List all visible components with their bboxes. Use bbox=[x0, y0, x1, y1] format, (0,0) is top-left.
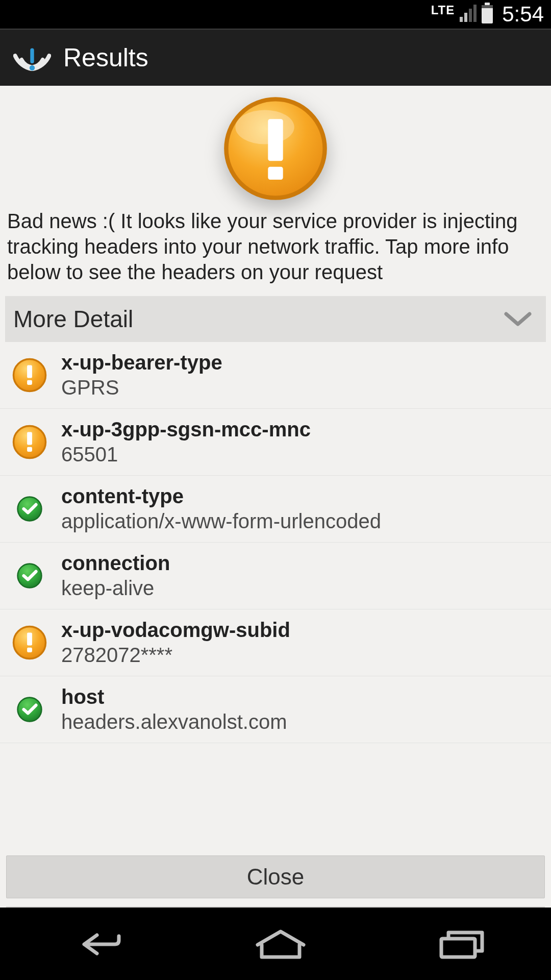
wifi-alert-icon bbox=[13, 42, 51, 73]
svg-rect-8 bbox=[27, 380, 32, 385]
header-text: x-up-vodacomgw-subid2782072**** bbox=[61, 619, 541, 667]
network-type-label: LTE bbox=[431, 3, 455, 17]
clock-label: 5:54 bbox=[502, 2, 544, 27]
header-value: application/x-www-form-urlencoded bbox=[61, 510, 541, 533]
ok-check-icon bbox=[11, 696, 48, 723]
header-value: GPRS bbox=[61, 376, 541, 399]
recents-icon[interactable] bbox=[436, 928, 487, 962]
header-name: connection bbox=[61, 552, 541, 575]
svg-rect-5 bbox=[268, 167, 283, 180]
screen: LTE 5:54 Results bbox=[0, 0, 551, 980]
header-name: content-type bbox=[61, 485, 541, 508]
svg-rect-15 bbox=[27, 632, 32, 645]
header-row[interactable]: content-typeapplication/x-www-form-urlen… bbox=[0, 476, 551, 543]
content-area: Bad news :( It looks like your service p… bbox=[0, 86, 551, 908]
svg-rect-18 bbox=[441, 939, 475, 957]
header-value: keep-alive bbox=[61, 577, 541, 600]
more-detail-expander[interactable]: More Detail bbox=[5, 296, 546, 342]
warning-icon bbox=[11, 357, 48, 393]
header-name: x-up-bearer-type bbox=[61, 351, 541, 374]
header-name: x-up-3gpp-sgsn-mcc-mnc bbox=[61, 418, 541, 441]
svg-rect-16 bbox=[27, 648, 32, 652]
header-text: x-up-bearer-typeGPRS bbox=[61, 351, 541, 399]
header-name: host bbox=[61, 685, 541, 708]
svg-rect-0 bbox=[30, 48, 34, 64]
warning-icon bbox=[11, 625, 48, 660]
header-value: headers.alexvanolst.com bbox=[61, 710, 541, 733]
header-value: 65501 bbox=[61, 443, 541, 466]
header-text: hostheaders.alexvanolst.com bbox=[61, 685, 541, 733]
home-icon[interactable] bbox=[253, 927, 309, 963]
svg-point-1 bbox=[30, 65, 35, 70]
header-value: 2782072**** bbox=[61, 644, 541, 667]
more-detail-label: More Detail bbox=[13, 305, 133, 333]
hero-warning-icon bbox=[0, 86, 551, 202]
page-title: Results bbox=[63, 43, 148, 72]
close-button[interactable]: Close bbox=[6, 855, 545, 898]
battery-icon bbox=[482, 5, 493, 23]
svg-rect-11 bbox=[27, 447, 32, 452]
header-row[interactable]: x-up-3gpp-sgsn-mcc-mnc65501 bbox=[0, 409, 551, 476]
header-text: x-up-3gpp-sgsn-mcc-mnc65501 bbox=[61, 418, 541, 466]
ok-check-icon bbox=[11, 496, 48, 522]
svg-rect-4 bbox=[268, 119, 283, 161]
header-row[interactable]: x-up-vodacomgw-subid2782072**** bbox=[0, 609, 551, 676]
header-list: x-up-bearer-typeGPRSx-up-3gpp-sgsn-mcc-m… bbox=[0, 342, 551, 852]
warning-icon bbox=[11, 424, 48, 460]
back-icon[interactable] bbox=[64, 929, 125, 962]
header-text: connectionkeep-alive bbox=[61, 552, 541, 600]
chevron-down-icon bbox=[504, 311, 532, 327]
svg-point-3 bbox=[235, 110, 294, 144]
warning-message-text: Bad news :( It looks like your service p… bbox=[0, 202, 551, 296]
header-name: x-up-vodacomgw-subid bbox=[61, 619, 541, 642]
ok-check-icon bbox=[11, 562, 48, 589]
status-bar: LTE 5:54 bbox=[0, 0, 551, 29]
header-row[interactable]: hostheaders.alexvanolst.com bbox=[0, 676, 551, 743]
navigation-bar bbox=[0, 908, 551, 980]
signal-strength-icon bbox=[460, 7, 477, 22]
header-row[interactable]: x-up-bearer-typeGPRS bbox=[0, 342, 551, 409]
svg-rect-7 bbox=[27, 365, 32, 378]
svg-rect-10 bbox=[27, 432, 32, 445]
header-row[interactable]: connectionkeep-alive bbox=[0, 543, 551, 609]
header-text: content-typeapplication/x-www-form-urlen… bbox=[61, 485, 541, 533]
action-bar: Results bbox=[0, 29, 551, 86]
